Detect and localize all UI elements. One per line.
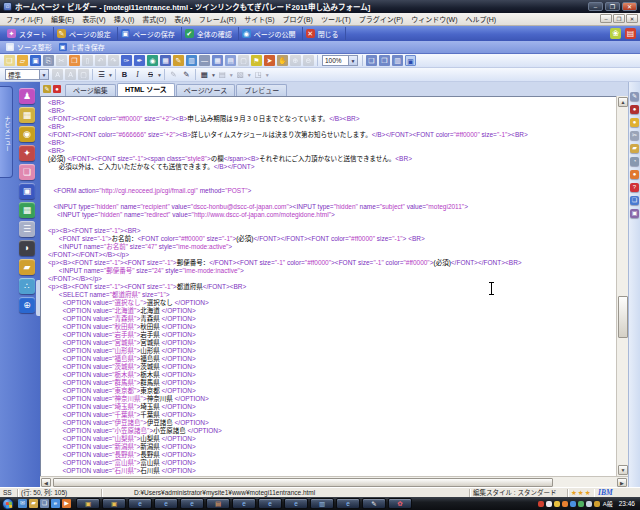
tray-icon[interactable] (570, 501, 576, 507)
main-toolbar-button[interactable]: ◉ ページの公開 (239, 27, 303, 40)
vertical-scrollbar[interactable]: ▲ ▼ (616, 96, 628, 476)
sidebar-icon[interactable]: ▰ (19, 259, 35, 275)
menu-item[interactable]: プラグイン(P) (355, 13, 407, 25)
menu-item[interactable]: 書式(O) (138, 13, 170, 25)
view-toggle-button[interactable]: ▣ (405, 55, 416, 66)
grid-button[interactable]: ▦ (199, 69, 210, 80)
menu-item[interactable]: ヘルプ(H) (461, 13, 500, 25)
standard-toolbar-icon[interactable]: ✂ (56, 55, 67, 66)
standard-toolbar-icon[interactable]: ⚑ (251, 55, 262, 66)
quick-launch-icon[interactable]: ✉ (18, 499, 27, 508)
sidebar-icon[interactable]: ∴ (19, 278, 35, 294)
menu-item[interactable]: フレーム(R) (195, 13, 241, 25)
scroll-left-button[interactable]: ◀ (41, 478, 51, 487)
start-orb[interactable] (2, 498, 14, 510)
main-toolbar-button[interactable]: ✦ スタート (4, 27, 54, 40)
strike-button[interactable]: S (145, 69, 156, 80)
menu-item[interactable]: ウィンドウ(W) (407, 13, 461, 25)
standard-toolbar-icon[interactable]: ▢ (238, 55, 249, 66)
tray-icon[interactable] (578, 501, 584, 507)
view-tab[interactable]: ページ/ソース (176, 84, 235, 96)
pencil-button[interactable]: ✎ (181, 69, 192, 80)
standard-toolbar-icon[interactable]: ▦ (160, 55, 171, 66)
restore-button[interactable]: ❐ (605, 2, 620, 11)
standard-toolbar-icon[interactable]: ⊖ (303, 55, 314, 66)
tray-icon[interactable] (554, 501, 560, 507)
scroll-right-button[interactable]: ▶ (617, 478, 627, 487)
scroll-down-button[interactable]: ▼ (618, 465, 628, 475)
taskbar-app-button[interactable]: e (258, 498, 282, 509)
right-strip-icon[interactable]: ❏ (630, 196, 639, 205)
standard-toolbar-icon[interactable]: ✒ (134, 55, 145, 66)
right-strip-icon[interactable]: ▰ (630, 144, 639, 153)
standard-toolbar-icon[interactable]: ▣ (30, 55, 41, 66)
taskbar-app-button[interactable]: ▥ (310, 498, 334, 509)
navi-menu-tab[interactable]: ナビメニュー (0, 86, 13, 178)
list-button[interactable]: ☰ (96, 69, 107, 80)
standard-toolbar-icon[interactable]: ❏ (4, 55, 15, 66)
right-strip-icon[interactable]: ▣ (630, 209, 639, 218)
tray-icon[interactable] (586, 501, 592, 507)
taskbar-app-button[interactable]: e (232, 498, 256, 509)
sidebar-icon[interactable]: ♟ (19, 88, 35, 104)
standard-toolbar-icon[interactable]: ▦ (212, 55, 223, 66)
menu-item[interactable]: ツール(T) (317, 13, 355, 25)
standard-toolbar-icon[interactable]: — (199, 55, 210, 66)
menu-item[interactable]: ブログ(B) (279, 13, 317, 25)
menu-item[interactable]: 編集(E) (47, 13, 78, 25)
standard-toolbar-icon[interactable]: ➤ (264, 55, 275, 66)
quick-launch-icon[interactable]: ❏ (40, 499, 49, 508)
taskbar-app-button[interactable]: ▤ (206, 498, 230, 509)
italic-button[interactable]: I (132, 69, 143, 80)
taskbar-app-button[interactable]: e (128, 498, 152, 509)
standard-toolbar-icon[interactable]: ▤ (225, 55, 236, 66)
taskbar-clock[interactable]: 23:46 (619, 500, 635, 507)
bold-button[interactable]: B (119, 69, 130, 80)
minimize-button[interactable]: – (588, 2, 603, 11)
standard-toolbar-icon[interactable]: ✋ (277, 55, 288, 66)
taskbar-app-button[interactable]: ▣ (76, 498, 100, 509)
standard-toolbar-icon[interactable]: ✎ (173, 55, 184, 66)
zoom-combo[interactable]: 100% ▼ (322, 55, 358, 66)
taskbar-app-button[interactable]: e (336, 498, 360, 509)
menu-item[interactable]: 表(A) (170, 13, 194, 25)
scroll-up-button[interactable]: ▲ (618, 97, 628, 107)
taskbar-app-button[interactable]: ✎ (362, 498, 386, 509)
standard-toolbar-icon[interactable]: ▱ (17, 55, 28, 66)
view-toggle-button[interactable]: ▥ (392, 55, 403, 66)
main-toolbar-right-icon[interactable]: ❀ (610, 28, 621, 39)
close-window-button[interactable]: ✕ (622, 2, 637, 11)
horizontal-scrollbar[interactable]: ◀ ▶ (40, 476, 628, 487)
standard-toolbar-icon[interactable]: ▯ (82, 55, 93, 66)
quick-launch-icon[interactable]: ▰ (29, 499, 38, 508)
standard-toolbar-icon[interactable]: ⎘ (43, 55, 54, 66)
main-toolbar-button[interactable]: ✎ ページの設定 (54, 27, 118, 40)
taskbar-app-button[interactable]: e (180, 498, 204, 509)
standard-toolbar-icon[interactable]: ▥ (186, 55, 197, 66)
main-toolbar-button[interactable]: ✕ 閉じる (303, 27, 346, 40)
standard-toolbar-icon[interactable]: ↷ (108, 55, 119, 66)
taskbar-app-button[interactable]: ✿ (388, 498, 412, 509)
quick-launch-icon[interactable]: e (51, 499, 60, 508)
sidebar-icon[interactable]: ✦ (19, 145, 35, 161)
source-toolbar-button[interactable]: ▤ ソース整形 (4, 42, 57, 53)
horizontal-scroll-thumb[interactable] (53, 478, 553, 487)
standard-toolbar-icon[interactable]: ↶ (95, 55, 106, 66)
sidebar-icon[interactable]: ◗ (19, 240, 35, 256)
tray-icon[interactable] (594, 501, 600, 507)
right-strip-icon[interactable]: ◔ (630, 157, 639, 166)
standard-toolbar-icon[interactable]: ⊕ (290, 55, 301, 66)
right-strip-icon[interactable]: ● (630, 170, 639, 179)
taskbar-app-button[interactable]: e (284, 498, 308, 509)
menu-item[interactable]: サイト(S) (240, 13, 278, 25)
view-tab[interactable]: プレビュー (236, 84, 287, 96)
child-restore-button[interactable]: ❐ (613, 14, 625, 23)
main-toolbar-button[interactable]: ▣ ページの保存 (118, 27, 182, 40)
standard-toolbar-icon[interactable]: ❐ (69, 55, 80, 66)
menu-item[interactable]: 表示(V) (78, 13, 109, 25)
right-strip-icon[interactable]: ✂ (630, 131, 639, 140)
sidebar-icon[interactable]: ◉ (19, 126, 35, 142)
standard-toolbar-icon[interactable]: ✑ (121, 55, 132, 66)
taskbar-app-button[interactable]: ▣ (102, 498, 126, 509)
html-source-editor[interactable]: <BR><BR></FONT><FONT color="#ff0000" siz… (40, 96, 616, 476)
